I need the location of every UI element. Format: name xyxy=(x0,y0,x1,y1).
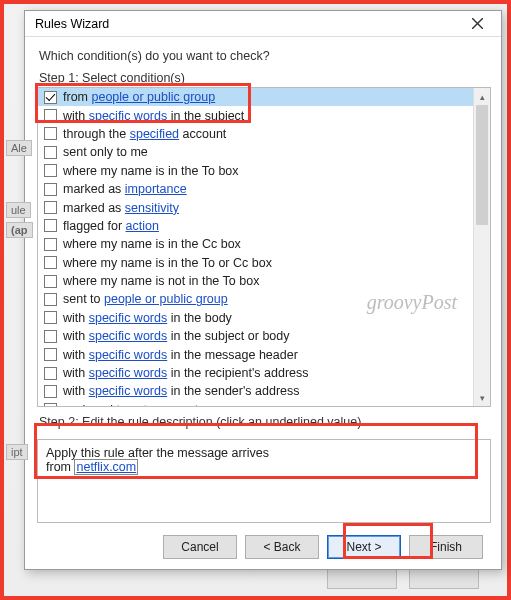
bg-label-ale: Ale xyxy=(6,140,32,156)
back-button[interactable]: < Back xyxy=(245,535,319,559)
bg-label-ap: (ap xyxy=(6,222,33,238)
checkbox[interactable] xyxy=(44,183,57,196)
condition-words-in-recipient[interactable]: with specific words in the recipient's a… xyxy=(38,364,473,382)
condition-words-in-subject-body[interactable]: with specific words in the subject or bo… xyxy=(38,327,473,345)
condition-name-in-to[interactable]: where my name is in the To box xyxy=(38,162,473,180)
link-specific-words[interactable]: specific words xyxy=(89,366,168,380)
condition-assigned-category[interactable]: assigned to category category xyxy=(38,401,473,406)
checkbox[interactable] xyxy=(44,164,57,177)
screenshot-frame: Ale ule (ap ipt Rules Wizard Which condi… xyxy=(0,0,511,600)
condition-words-in-sender[interactable]: with specific words in the sender's addr… xyxy=(38,382,473,400)
conditions-panel: from people or public group with specifi… xyxy=(37,87,491,407)
link-importance[interactable]: importance xyxy=(125,182,187,196)
condition-sent-only-to-me[interactable]: sent only to me xyxy=(38,143,473,161)
condition-from-people[interactable]: from people or public group xyxy=(38,88,473,106)
link-people-or-group[interactable]: people or public group xyxy=(91,90,215,104)
rule-description-line2: from netflix.com xyxy=(46,460,482,474)
condition-name-in-to-or-cc[interactable]: where my name is in the To or Cc box xyxy=(38,254,473,272)
checkbox[interactable] xyxy=(44,293,57,306)
dialog-content: Which condition(s) do you want to check?… xyxy=(25,37,501,569)
link-specific-words[interactable]: specific words xyxy=(89,329,168,343)
checkbox[interactable] xyxy=(44,403,57,406)
rules-wizard-dialog: Rules Wizard Which condition(s) do you w… xyxy=(24,10,502,570)
checkbox[interactable] xyxy=(44,219,57,232)
link-specific-words[interactable]: specific words xyxy=(89,348,168,362)
link-specific-words[interactable]: specific words xyxy=(89,109,168,123)
dialog-buttons: Cancel < Back Next > Finish xyxy=(37,523,491,559)
checkbox[interactable] xyxy=(44,256,57,269)
rule-description-box: Apply this rule after the message arrive… xyxy=(37,439,491,523)
checkbox[interactable] xyxy=(44,275,57,288)
scroll-up-icon[interactable]: ▴ xyxy=(474,88,490,105)
checkbox[interactable] xyxy=(44,201,57,214)
checkbox[interactable] xyxy=(44,238,57,251)
checkbox[interactable] xyxy=(44,127,57,140)
link-specified[interactable]: specified xyxy=(130,127,179,141)
condition-words-in-body[interactable]: with specific words in the body xyxy=(38,309,473,327)
condition-specific-words-subject[interactable]: with specific words in the subject xyxy=(38,106,473,124)
conditions-list[interactable]: from people or public group with specifi… xyxy=(38,88,473,406)
next-button[interactable]: Next > xyxy=(327,535,401,559)
scroll-down-icon[interactable]: ▾ xyxy=(474,389,490,406)
checkbox[interactable] xyxy=(44,311,57,324)
checkbox[interactable] xyxy=(44,367,57,380)
condition-specified-account[interactable]: through the specified account xyxy=(38,125,473,143)
bg-button-2 xyxy=(409,567,479,589)
bg-label-ule: ule xyxy=(6,202,31,218)
title-bar: Rules Wizard xyxy=(25,11,501,37)
finish-button[interactable]: Finish xyxy=(409,535,483,559)
step1-label: Step 1: Select condition(s) xyxy=(39,71,491,85)
rule-description-line1: Apply this rule after the message arrive… xyxy=(46,446,482,460)
condition-name-in-cc[interactable]: where my name is in the Cc box xyxy=(38,235,473,253)
conditions-scrollbar[interactable]: ▴ ▾ xyxy=(473,88,490,406)
condition-sensitivity[interactable]: marked as sensitivity xyxy=(38,198,473,216)
bg-button-1 xyxy=(327,567,397,589)
bg-label-ipt: ipt xyxy=(6,444,28,460)
checkbox[interactable] xyxy=(44,348,57,361)
checkbox[interactable] xyxy=(44,146,57,159)
dialog-title: Rules Wizard xyxy=(35,17,459,31)
link-sensitivity[interactable]: sensitivity xyxy=(125,201,179,215)
cancel-button[interactable]: Cancel xyxy=(163,535,237,559)
close-button[interactable] xyxy=(459,12,495,36)
checkbox[interactable] xyxy=(44,330,57,343)
checkbox[interactable] xyxy=(44,91,57,104)
close-icon xyxy=(472,18,483,29)
condition-flagged-action[interactable]: flagged for action xyxy=(38,217,473,235)
scroll-thumb[interactable] xyxy=(476,105,488,225)
link-category[interactable]: category xyxy=(130,403,178,406)
link-specific-words[interactable]: specific words xyxy=(89,384,168,398)
condition-sent-to-people[interactable]: sent to people or public group xyxy=(38,290,473,308)
checkbox[interactable] xyxy=(44,109,57,122)
link-people-or-group[interactable]: people or public group xyxy=(104,292,228,306)
condition-words-in-header[interactable]: with specific words in the message heade… xyxy=(38,345,473,363)
condition-name-not-in-to[interactable]: where my name is not in the To box xyxy=(38,272,473,290)
step2-label: Step 2: Edit the rule description (click… xyxy=(39,415,491,429)
link-action[interactable]: action xyxy=(126,219,159,233)
checkbox[interactable] xyxy=(44,385,57,398)
link-specific-words[interactable]: specific words xyxy=(89,311,168,325)
link-sender-value[interactable]: netflix.com xyxy=(74,459,138,475)
prompt-text: Which condition(s) do you want to check? xyxy=(39,49,491,63)
condition-importance[interactable]: marked as importance xyxy=(38,180,473,198)
